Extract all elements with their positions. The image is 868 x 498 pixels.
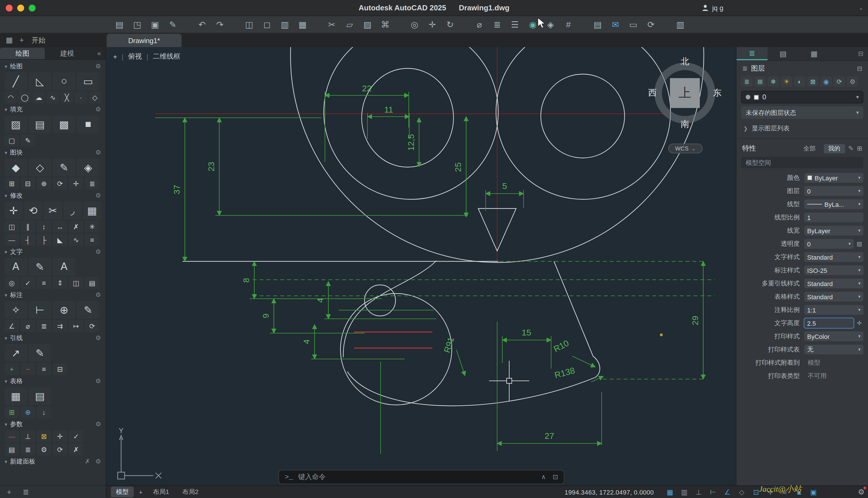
layer-state-dropdown[interactable]: 未保存的图层状态 ▾ bbox=[741, 106, 864, 119]
base-point-icon[interactable]: ✛ bbox=[69, 178, 83, 189]
multiline-text-icon[interactable]: A bbox=[4, 258, 27, 276]
drawing-canvas[interactable]: 22 11 12,5 23 25 37 5 8 4 9 4 15 R91 R10… bbox=[106, 47, 736, 485]
command-line[interactable]: >_ 键入命令 ∧ ⊡ bbox=[279, 470, 564, 484]
layers-panel-options-icon[interactable]: ⊟ bbox=[857, 65, 862, 73]
properties-toggle-icon[interactable]: ☰ bbox=[508, 18, 522, 31]
infer-constraints-icon[interactable]: ⊥ bbox=[693, 487, 704, 497]
sync-attributes-icon[interactable]: ⟳ bbox=[53, 178, 67, 189]
section-header[interactable]: ▾修改⚙ bbox=[0, 190, 106, 201]
space-selector[interactable]: 模型空间 bbox=[741, 157, 864, 168]
arc-icon[interactable]: ◠ bbox=[4, 91, 17, 103]
property-input[interactable]: 1 bbox=[804, 212, 864, 222]
viewcube-south[interactable]: 南 bbox=[681, 119, 689, 130]
user-account[interactable]: jq g bbox=[701, 4, 723, 12]
orbit-icon[interactable]: ↻ bbox=[443, 18, 457, 31]
block-list-icon[interactable]: ≣ bbox=[85, 178, 99, 189]
multileader-icon[interactable]: ↗ bbox=[4, 344, 27, 362]
scale-text-icon[interactable]: ⇕ bbox=[53, 277, 67, 289]
export-table-icon[interactable]: ↓ bbox=[37, 406, 51, 418]
section-header[interactable]: ▾表格⚙ bbox=[0, 376, 106, 386]
save-as-icon[interactable]: ✎ bbox=[166, 18, 180, 31]
justify-text-icon[interactable]: ≡ bbox=[37, 277, 51, 289]
block-editor-icon[interactable]: ✎ bbox=[53, 159, 75, 176]
property-dropdown[interactable]: Standard▾ bbox=[804, 252, 864, 262]
section-collapse-icon[interactable]: ▾ bbox=[4, 249, 7, 255]
single-line-text-icon[interactable]: A bbox=[53, 258, 75, 276]
graphics-performance-icon[interactable]: ▣ bbox=[808, 487, 819, 497]
viewcube-top-face[interactable]: 上 bbox=[670, 78, 700, 108]
page-setup-icon[interactable]: ▥ bbox=[278, 18, 291, 31]
array-icon[interactable]: ▦ bbox=[83, 201, 101, 220]
align-leaders-icon[interactable]: ≡ bbox=[37, 363, 51, 375]
rotate-icon[interactable]: ⟲ bbox=[24, 201, 42, 220]
undo-icon[interactable]: ↶ bbox=[195, 18, 209, 31]
boundary-icon[interactable]: ▢ bbox=[4, 134, 19, 146]
property-dropdown[interactable]: ByLayer▾ bbox=[804, 173, 864, 183]
viewport-menu-button[interactable]: + bbox=[113, 53, 117, 61]
polyline-icon[interactable]: ◺ bbox=[29, 73, 51, 90]
angular-dimension-icon[interactable]: ∠ bbox=[4, 320, 19, 332]
save-icon[interactable]: ▣ bbox=[148, 18, 162, 31]
viewcube-north[interactable]: 北 bbox=[681, 56, 689, 67]
tab-overview-icon[interactable]: ▦ bbox=[6, 36, 13, 44]
property-dropdown[interactable]: 无▾ bbox=[804, 345, 864, 354]
section-collapse-icon[interactable]: ▾ bbox=[4, 421, 7, 427]
cut-icon[interactable]: ✂ bbox=[325, 18, 339, 31]
layer-lock-icon[interactable]: ⊠ bbox=[807, 76, 819, 87]
property-input[interactable]: 2.5 bbox=[804, 318, 854, 328]
dropdown-caret-icon[interactable]: ▾ bbox=[858, 268, 860, 273]
redo-icon[interactable]: ↷ bbox=[213, 18, 227, 31]
hatch-pattern-icon[interactable]: ▤ bbox=[29, 116, 51, 133]
scale-icon[interactable]: ↕ bbox=[37, 221, 51, 233]
wcs-selector[interactable]: WCS ⌄ bbox=[668, 144, 703, 153]
multileader-style-icon[interactable]: ✎ bbox=[29, 344, 51, 362]
command-input[interactable]: 键入命令 bbox=[298, 472, 326, 482]
model-tab[interactable]: 模型 bbox=[111, 486, 134, 497]
dropdown-caret-icon[interactable]: ▾ bbox=[858, 307, 860, 313]
delete-constraints-icon[interactable]: ✗ bbox=[69, 443, 83, 456]
solid-fill-icon[interactable]: ■ bbox=[77, 116, 99, 133]
property-dropdown[interactable]: ByLayer▾ bbox=[804, 226, 864, 236]
grid-display-icon[interactable]: ▦ bbox=[665, 487, 675, 497]
create-block-icon[interactable]: ◇ bbox=[29, 159, 51, 176]
layer-properties-icon[interactable]: ≣ bbox=[741, 76, 752, 87]
join-icon[interactable]: ├ bbox=[37, 234, 51, 246]
point-icon[interactable]: ∙ bbox=[74, 91, 87, 103]
dropdown-caret-icon[interactable]: ▾ bbox=[858, 334, 860, 339]
paste-icon[interactable]: ▨ bbox=[361, 18, 374, 31]
panel-gear-icon[interactable]: ⚙ bbox=[95, 106, 101, 113]
current-layer-dropdown[interactable]: 0 ▾ bbox=[741, 91, 864, 103]
dimension-update-icon[interactable]: ⟳ bbox=[85, 320, 99, 332]
center-mark-icon[interactable]: ⊕ bbox=[53, 301, 75, 319]
filter-mine-button[interactable]: 我的 bbox=[824, 144, 845, 153]
panel-gear-icon[interactable]: ⚙ bbox=[95, 377, 101, 385]
attach-reference-icon[interactable]: ⊕ bbox=[37, 178, 51, 189]
write-block-icon[interactable]: ◈ bbox=[77, 159, 99, 176]
viewcube[interactable]: 上 北 南 西 东 bbox=[650, 58, 719, 128]
section-header[interactable]: ▾引线⚙ bbox=[0, 332, 106, 343]
layer-color-icon[interactable]: ◉ bbox=[820, 76, 832, 87]
geometric-constraint-icon[interactable]: ⊥ bbox=[21, 430, 35, 442]
move-icon[interactable]: ✛ bbox=[4, 201, 23, 220]
erase-icon[interactable]: ✗ bbox=[69, 221, 83, 233]
auto-constrain-icon[interactable]: ✓ bbox=[69, 430, 83, 442]
tab-start[interactable]: 开始 bbox=[31, 36, 45, 45]
constraint-bars-icon[interactable]: ≣ bbox=[21, 443, 35, 456]
layer-on-icon[interactable]: ☀ bbox=[781, 76, 792, 87]
dimension-edit-icon[interactable]: ✎ bbox=[77, 301, 99, 319]
layer-freeze-icon[interactable]: ❄ bbox=[768, 76, 779, 87]
open-folder-icon[interactable]: ◳ bbox=[130, 18, 144, 31]
tab-sheet-sets-icon[interactable]: ▦ bbox=[799, 47, 829, 60]
property-dropdown[interactable]: Standard▾ bbox=[804, 278, 864, 288]
new-drawing-button[interactable]: + bbox=[19, 36, 24, 44]
tab-design-center-icon[interactable]: ▤ bbox=[768, 47, 799, 60]
section-header[interactable]: ▾新建面板✗⚙ bbox=[0, 456, 106, 467]
section-collapse-icon[interactable]: ▾ bbox=[4, 292, 7, 298]
spline-icon[interactable]: ∿ bbox=[47, 91, 59, 103]
transparency-icon[interactable]: ▨ bbox=[855, 241, 864, 247]
hatch-icon[interactable]: ▨ bbox=[4, 116, 27, 133]
parameter-manager-icon[interactable]: ▤ bbox=[4, 443, 19, 456]
measure-icon[interactable]: ⌀ bbox=[473, 18, 486, 31]
property-dropdown[interactable]: ByColor▾ bbox=[804, 331, 864, 341]
section-collapse-icon[interactable]: ▾ bbox=[4, 193, 7, 198]
